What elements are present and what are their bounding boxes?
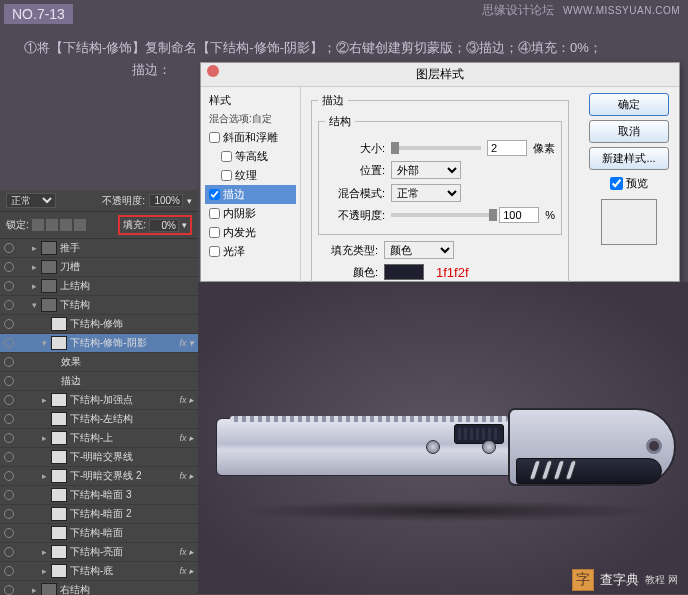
disclosure-icon[interactable]: ▸ xyxy=(40,566,48,576)
dialog-buttons: 确定 取消 新建样式... 预览 xyxy=(579,87,679,283)
visibility-icon[interactable] xyxy=(4,471,14,481)
layer-name: 下结构-暗面 3 xyxy=(70,488,194,502)
layer-row[interactable]: ▸下结构-上fx ▸ xyxy=(0,429,198,448)
disclosure-icon[interactable]: ▸ xyxy=(30,262,38,272)
lock-transparent-icon[interactable] xyxy=(32,219,44,231)
layer-row[interactable]: ▸下结构-底fx ▸ xyxy=(0,562,198,581)
preview-checkbox[interactable]: 预览 xyxy=(610,176,648,191)
layer-folder[interactable]: ▸推手 xyxy=(0,239,198,258)
stroke-checkbox[interactable]: 描边 xyxy=(205,185,296,204)
layer-name: 下结构-修饰-阴影 xyxy=(70,336,176,350)
disclosure-icon[interactable]: ▾ xyxy=(40,338,48,348)
layer-thumbnail xyxy=(51,507,67,521)
dialog-title: 图层样式 xyxy=(201,63,679,87)
fill-label: 填充: xyxy=(123,218,146,232)
layer-row[interactable]: 下结构-修饰 xyxy=(0,315,198,334)
cancel-button[interactable]: 取消 xyxy=(589,120,669,143)
chevron-down-icon[interactable]: ▾ xyxy=(187,196,192,206)
chevron-down-icon[interactable]: ▾ xyxy=(182,220,187,230)
layer-effect-item[interactable]: 描边 xyxy=(0,372,198,391)
bevel-checkbox[interactable]: 斜面和浮雕 xyxy=(205,128,296,147)
fx-badge[interactable]: fx ▸ xyxy=(179,566,194,576)
styles-header[interactable]: 样式 xyxy=(205,91,296,110)
position-select[interactable]: 外部 xyxy=(391,161,461,179)
opacity-input[interactable] xyxy=(499,207,539,223)
layer-row[interactable]: 下结构-暗面 xyxy=(0,524,198,543)
visibility-icon[interactable] xyxy=(4,528,14,538)
layer-name: 效果 xyxy=(61,355,194,369)
color-swatch[interactable] xyxy=(384,264,424,280)
lock-all-icon[interactable] xyxy=(74,219,86,231)
size-input[interactable] xyxy=(487,140,527,156)
disclosure-icon[interactable]: ▸ xyxy=(30,281,38,291)
instruction-line: ①将【下结构-修饰】复制命名【下结构-修饰-阴影】；②右键创建剪切蒙版；③描边；… xyxy=(24,40,602,55)
layer-folder[interactable]: ▸上结构 xyxy=(0,277,198,296)
visibility-icon[interactable] xyxy=(4,433,14,443)
visibility-icon[interactable] xyxy=(4,566,14,576)
layer-effect-item[interactable]: 效果 xyxy=(0,353,198,372)
layer-folder[interactable]: ▾下结构 xyxy=(0,296,198,315)
watermark-icon: 字 xyxy=(572,569,594,591)
layer-folder[interactable]: ▸刀槽 xyxy=(0,258,198,277)
folder-icon xyxy=(41,298,57,312)
fx-badge[interactable]: fx ▾ xyxy=(179,338,194,348)
blend-options[interactable]: 混合选项:自定 xyxy=(205,110,296,128)
disclosure-icon[interactable]: ▸ xyxy=(40,395,48,405)
disclosure-icon[interactable]: ▸ xyxy=(40,547,48,557)
layer-row[interactable]: 下结构-左结构 xyxy=(0,410,198,429)
filltype-select[interactable]: 颜色 xyxy=(384,241,454,259)
layer-row[interactable]: ▸下-明暗交界线 2fx ▸ xyxy=(0,467,198,486)
panel-opacity-input[interactable] xyxy=(149,194,183,207)
visibility-icon[interactable] xyxy=(4,319,14,329)
layer-row[interactable]: 下结构-暗面 2 xyxy=(0,505,198,524)
fx-badge[interactable]: fx ▸ xyxy=(179,395,194,405)
layer-name: 下结构-加强点 xyxy=(70,393,176,407)
ok-button[interactable]: 确定 xyxy=(589,93,669,116)
layer-thumbnail xyxy=(51,469,67,483)
opacity-slider[interactable] xyxy=(391,213,493,217)
layer-row[interactable]: 下-明暗交界线 xyxy=(0,448,198,467)
layer-row[interactable]: 下结构-暗面 3 xyxy=(0,486,198,505)
size-slider[interactable] xyxy=(391,146,481,150)
disclosure-icon[interactable]: ▸ xyxy=(40,471,48,481)
disclosure-icon[interactable]: ▾ xyxy=(30,300,38,310)
visibility-icon[interactable] xyxy=(4,395,14,405)
blendmode-select[interactable]: 正常 xyxy=(391,184,461,202)
inner-glow-checkbox[interactable]: 内发光 xyxy=(205,223,296,242)
visibility-icon[interactable] xyxy=(4,547,14,557)
layer-folder[interactable]: ▸右结构 xyxy=(0,581,198,595)
fill-input[interactable] xyxy=(149,219,179,232)
visibility-icon[interactable] xyxy=(4,338,14,348)
fx-badge[interactable]: fx ▸ xyxy=(179,547,194,557)
blend-mode-select[interactable]: 正常 xyxy=(6,193,56,208)
site-url: WWW.MISSYUAN.COM xyxy=(563,5,680,16)
disclosure-icon[interactable]: ▸ xyxy=(30,585,38,595)
visibility-icon[interactable] xyxy=(4,262,14,272)
layer-row[interactable]: ▸下结构-加强点fx ▸ xyxy=(0,391,198,410)
layer-name: 刀槽 xyxy=(60,260,194,274)
visibility-icon[interactable] xyxy=(4,281,14,291)
satin-checkbox[interactable]: 光泽 xyxy=(205,242,296,261)
fx-badge[interactable]: fx ▸ xyxy=(179,471,194,481)
visibility-icon[interactable] xyxy=(4,490,14,500)
close-icon[interactable] xyxy=(207,65,219,77)
visibility-icon[interactable] xyxy=(4,414,14,424)
texture-checkbox[interactable]: 纹理 xyxy=(205,166,296,185)
disclosure-icon[interactable]: ▸ xyxy=(30,243,38,253)
new-style-button[interactable]: 新建样式... xyxy=(589,147,669,170)
visibility-icon[interactable] xyxy=(4,357,14,367)
visibility-icon[interactable] xyxy=(4,452,14,462)
visibility-icon[interactable] xyxy=(4,585,14,595)
lock-position-icon[interactable] xyxy=(60,219,72,231)
lock-pixels-icon[interactable] xyxy=(46,219,58,231)
fx-badge[interactable]: fx ▸ xyxy=(179,433,194,443)
layer-row[interactable]: ▾下结构-修饰-阴影fx ▾ xyxy=(0,334,198,353)
disclosure-icon[interactable]: ▸ xyxy=(40,433,48,443)
layer-row[interactable]: ▸下结构-亮面fx ▸ xyxy=(0,543,198,562)
visibility-icon[interactable] xyxy=(4,243,14,253)
inner-shadow-checkbox[interactable]: 内阴影 xyxy=(205,204,296,223)
visibility-icon[interactable] xyxy=(4,509,14,519)
visibility-icon[interactable] xyxy=(4,376,14,386)
visibility-icon[interactable] xyxy=(4,300,14,310)
contour-checkbox[interactable]: 等高线 xyxy=(205,147,296,166)
